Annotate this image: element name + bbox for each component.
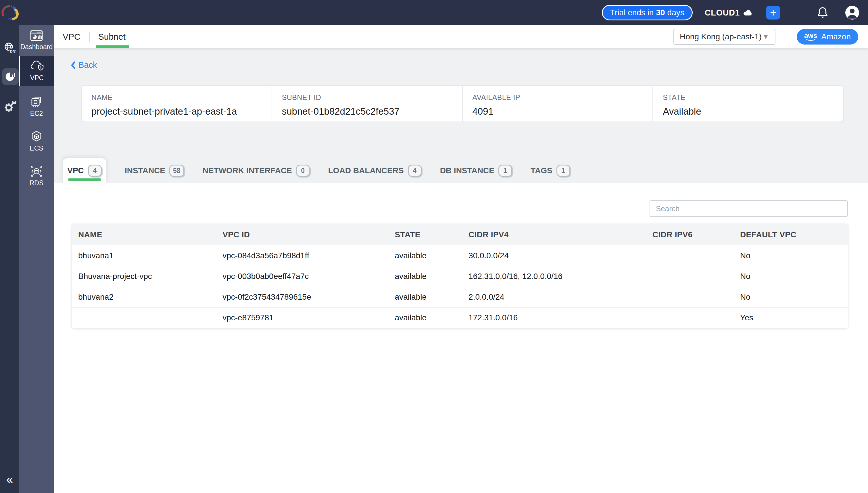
org-name: CLOUD1: [705, 8, 740, 18]
tab-count-badge: 4: [88, 165, 102, 177]
region-value: Hong Kong (ap-east-1): [680, 32, 762, 41]
breadcrumb: VPC Subnet: [63, 25, 126, 48]
cell-vpc-id: vpc-084d3a56a7b98d1ff: [216, 245, 388, 266]
tab-instance[interactable]: INSTANCE 58: [125, 165, 184, 177]
field-value: subnet-01b82d21c5c2fe537: [282, 106, 462, 117]
field-label: SUBNET ID: [282, 93, 462, 102]
tab-tags[interactable]: TAGS 1: [531, 165, 570, 177]
tab-panel: NAME VPC ID STATE CIDR IPV4 CIDR IPV6 DE…: [54, 183, 868, 493]
vpc-icon: [29, 60, 45, 72]
gear-wrench-icon: [3, 100, 16, 113]
vpc-table: NAME VPC ID STATE CIDR IPV4 CIDR IPV6 DE…: [72, 224, 848, 328]
cloud-icon: [743, 9, 753, 16]
col-header-state: STATE: [388, 224, 463, 245]
sidebar-item-label: RDS: [29, 179, 44, 187]
chevron-down-icon: ▼: [762, 33, 769, 41]
add-button-label: +: [770, 7, 776, 18]
sidebar-item-rds[interactable]: RDS: [19, 161, 54, 191]
collapse-icon: «: [6, 473, 13, 486]
cell-vpc-id: vpc-e8759781: [216, 307, 388, 328]
sidebar-item-ecs[interactable]: ECS: [19, 126, 54, 156]
rail-item-analytics[interactable]: [2, 68, 19, 85]
page-header: VPC Subnet Hong Kong (ap-east-1) ▼ aws A…: [54, 25, 868, 48]
provider-button[interactable]: aws Amazon: [797, 29, 858, 45]
cell-default-vpc: Yes: [734, 307, 848, 328]
dashboard-icon: [30, 30, 43, 41]
sidebar-item-label: VPC: [30, 74, 44, 82]
main-content: Back NAME project-subnet-private1-ap-eas…: [54, 48, 868, 493]
app-logo[interactable]: [0, 2, 19, 23]
trial-suffix: days: [668, 8, 684, 17]
rail-item-dns[interactable]: DNS: [3, 42, 16, 53]
pie-chart-icon: [4, 71, 16, 83]
field-label: NAME: [91, 93, 272, 102]
add-button[interactable]: +: [766, 6, 780, 20]
cell-cidr-ipv4: 172.31.0.0/16: [462, 307, 646, 328]
crumb-vpc[interactable]: VPC: [63, 32, 81, 42]
collapse-sidebar-button[interactable]: «: [0, 473, 19, 486]
crumb-subnet[interactable]: Subnet: [98, 32, 126, 42]
tab-label: INSTANCE: [125, 166, 165, 175]
tab-count-badge: 1: [499, 165, 512, 177]
avatar[interactable]: [845, 5, 860, 20]
icon-rail: DNS «: [0, 25, 19, 493]
col-header-cidr-ipv4: CIDR IPV4: [462, 224, 646, 245]
sidebar-item-vpc[interactable]: VPC: [19, 56, 54, 86]
service-nav: Dashboard VPC EC2 ECS: [19, 25, 54, 493]
provider-label: Amazon: [821, 32, 851, 41]
tab-network-interface[interactable]: NETWORK INTERFACE 0: [203, 165, 310, 177]
table-row[interactable]: Bhuvana-project-vpc vpc-003b0ab0eeff47a7…: [72, 266, 848, 287]
col-header-cidr-ipv6: CIDR IPV6: [646, 224, 734, 245]
table-row[interactable]: bhuvana1 vpc-084d3a56a7b98d1ff available…: [72, 245, 848, 266]
detail-field-available-ip: AVAILABLE IP 4091: [462, 86, 653, 122]
trial-badge[interactable]: Trial ends in 30 days: [602, 5, 693, 20]
notifications-button[interactable]: [817, 7, 828, 19]
cell-state: available: [388, 266, 463, 287]
field-label: AVAILABLE IP: [472, 93, 653, 102]
field-value: Available: [663, 106, 843, 117]
sidebar-item-label: EC2: [30, 110, 43, 117]
cell-name: bhuvana1: [72, 245, 216, 266]
cell-default-vpc: No: [734, 287, 848, 307]
cell-cidr-ipv4: 30.0.0.0/24: [462, 245, 646, 266]
crumb-divider: [89, 31, 90, 42]
field-label: STATE: [663, 93, 843, 102]
col-header-name: NAME: [72, 224, 216, 245]
region-dropdown[interactable]: Hong Kong (ap-east-1) ▼: [673, 29, 776, 45]
cell-state: available: [388, 287, 463, 307]
tab-vpc[interactable]: VPC 4: [63, 158, 106, 183]
tab-label: TAGS: [531, 166, 552, 175]
cell-default-vpc: No: [734, 245, 848, 266]
topbar: Trial ends in 30 days CLOUD1 +: [0, 0, 868, 25]
dns-globe-icon: DNS: [3, 42, 16, 53]
sidebar-item-ec2[interactable]: EC2: [19, 91, 54, 121]
trial-prefix: Trial ends in: [610, 8, 654, 17]
bell-icon: [817, 7, 828, 19]
tab-label: NETWORK INTERFACE: [203, 166, 292, 175]
table-row[interactable]: vpc-e8759781 available 172.31.0.0/16 Yes: [72, 307, 848, 328]
cell-cidr-ipv6: [646, 287, 734, 307]
tab-count-badge: 1: [556, 165, 570, 177]
rds-icon: [30, 165, 43, 177]
tab-count-badge: 4: [408, 165, 422, 177]
org-switcher[interactable]: CLOUD1: [705, 8, 753, 18]
sidebar-item-dashboard[interactable]: Dashboard: [19, 25, 54, 56]
col-header-vpc-id: VPC ID: [216, 224, 388, 245]
svg-text:DNS: DNS: [10, 49, 16, 53]
tab-db-instance[interactable]: DB INSTANCE 1: [440, 165, 512, 177]
back-label: Back: [79, 60, 97, 70]
subnet-detail-card: NAME project-subnet-private1-ap-east-1a …: [81, 85, 844, 122]
tab-load-balancers[interactable]: LOAD BALANCERS 4: [328, 165, 422, 177]
tab-count-badge: 0: [296, 165, 310, 177]
cell-state: available: [388, 245, 463, 266]
field-value: 4091: [472, 106, 653, 117]
ec2-icon: [30, 94, 43, 108]
rail-item-settings[interactable]: [3, 100, 16, 113]
back-link[interactable]: Back: [70, 60, 868, 70]
ecs-icon: [30, 130, 43, 143]
table-row[interactable]: bhuvana2 vpc-0f2c375434789615e available…: [72, 287, 848, 307]
tab-count-badge: 58: [169, 165, 184, 177]
search-input[interactable]: [650, 200, 848, 217]
tab-label: VPC: [67, 166, 84, 175]
cell-name: Bhuvana-project-vpc: [72, 266, 216, 287]
